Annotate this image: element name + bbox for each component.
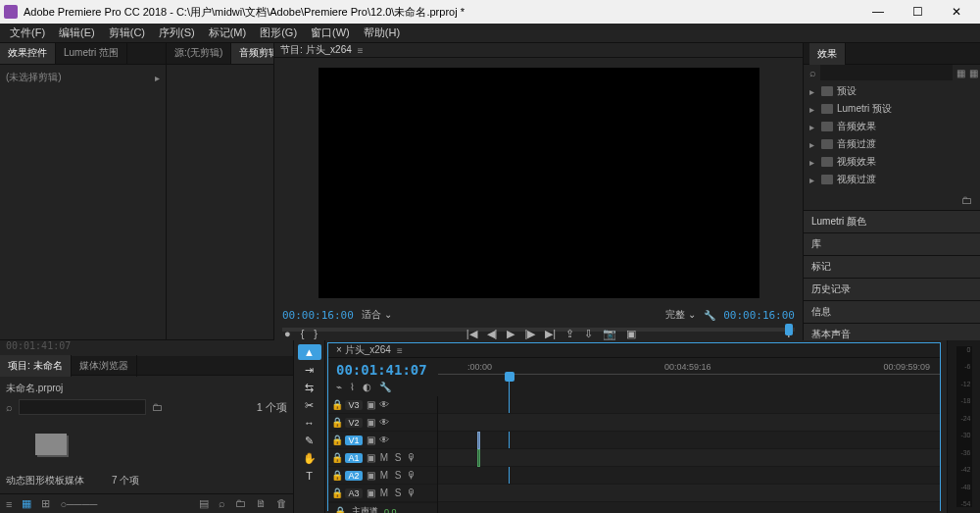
track-header-a1[interactable]: 🔒A1▣MS🎙 [328, 449, 437, 467]
program-scrubber[interactable] [274, 322, 803, 326]
track-header-v2[interactable]: 🔒V2▣👁 [328, 414, 437, 432]
tab-lumetri-scopes[interactable]: Lumetri 范围 [56, 43, 127, 64]
pen-tool[interactable]: ✎ [298, 433, 321, 448]
settings-wrench-icon[interactable]: 🔧 [704, 310, 715, 321]
go-to-in-button[interactable]: |◀ [466, 328, 477, 340]
auto-seq-icon[interactable]: ▤ [199, 497, 209, 510]
zoom-slider[interactable]: ○──── [60, 498, 97, 510]
menu-file[interactable]: 文件(F) [4, 24, 51, 42]
menu-marker[interactable]: 标记(M) [203, 24, 253, 42]
track-lanes[interactable] [438, 396, 940, 513]
selection-tool[interactable]: ▲ [298, 344, 321, 360]
tab-effect-controls[interactable]: 效果控件 [0, 43, 56, 64]
add-marker-button[interactable]: ● [284, 328, 291, 339]
tab-project[interactable]: 项目: 未命名 [0, 355, 72, 377]
solo-button[interactable]: S [392, 452, 404, 463]
panel-history[interactable]: 历史记录 [804, 279, 980, 301]
maximize-button[interactable]: ☐ [898, 0, 937, 24]
marker-icon[interactable]: ◐ [363, 382, 371, 392]
new-bin-icon[interactable]: 🗀 [235, 497, 246, 510]
resolution-select[interactable]: 完整 ⌄ [665, 308, 696, 322]
program-monitor-viewport[interactable] [318, 68, 760, 298]
panel-menu-icon[interactable]: ≡ [358, 45, 364, 56]
panel-lumetri-color[interactable]: Lumetri 颜色 [804, 211, 980, 233]
trash-icon[interactable]: 🗑 [276, 497, 287, 510]
menu-edit[interactable]: 编辑(E) [53, 24, 101, 42]
go-to-out-button[interactable]: ▶| [545, 328, 556, 340]
new-bin-icon[interactable]: 🗀 [961, 194, 972, 206]
menu-graphics[interactable]: 图形(G) [254, 24, 303, 42]
lock-icon[interactable]: 🔒 [331, 435, 343, 445]
fx-folder-presets[interactable]: ▸预设 [804, 82, 980, 100]
fx-folder-audio-transitions[interactable]: ▸音频过渡 [804, 135, 980, 153]
extract-button[interactable]: ⇩ [584, 328, 593, 340]
icon-view-icon[interactable]: ▦ [22, 497, 31, 510]
track-select-tool[interactable]: ⇥ [298, 362, 321, 378]
menu-window[interactable]: 窗口(W) [305, 24, 356, 42]
find-icon[interactable]: ⌕ [219, 497, 225, 510]
panel-menu-icon[interactable]: ≡ [397, 345, 403, 356]
menu-clip[interactable]: 剪辑(C) [103, 24, 151, 42]
lock-icon[interactable]: 🔒 [331, 417, 343, 428]
solo-button[interactable]: S [392, 470, 404, 481]
filter-bin-icon[interactable]: 🗀 [152, 401, 163, 413]
slip-tool[interactable]: ↔ [298, 415, 321, 431]
eye-icon[interactable]: 👁 [378, 435, 390, 445]
fx-folder-video-transitions[interactable]: ▸视频过渡 [804, 171, 980, 188]
mute-button[interactable]: M [378, 487, 390, 498]
lock-icon[interactable]: 🔒 [331, 487, 343, 498]
mic-icon[interactable]: 🎙 [406, 452, 417, 463]
solo-button[interactable]: S [392, 487, 404, 498]
freeform-view-icon[interactable]: ⊞ [41, 497, 50, 510]
track-header-v1[interactable]: 🔒V1▣👁 [328, 432, 437, 449]
tab-source-none[interactable]: 源:(无剪辑) [167, 43, 231, 64]
tab-media-browser[interactable]: 媒体浏览器 [72, 355, 137, 377]
new-item-icon[interactable]: 🗎 [256, 497, 267, 510]
fx-badge-icon[interactable]: ▦ [956, 68, 965, 78]
mic-icon[interactable]: 🎙 [406, 470, 417, 481]
fx-folder-lumetri-presets[interactable]: ▸Lumetri 预设 [804, 100, 980, 118]
tab-audio-clip-mixer[interactable]: 音频剪辑混合器: 片头_x264 [231, 43, 273, 64]
menu-sequence[interactable]: 序列(S) [153, 24, 201, 42]
fx-folder-audio-effects[interactable]: ▸音频效果 [804, 118, 980, 135]
mark-in-button[interactable]: { [301, 328, 305, 339]
mute-button[interactable]: M [378, 452, 390, 463]
snap-icon[interactable]: ⌁ [336, 382, 342, 392]
track-header-v3[interactable]: 🔒V3▣👁 [328, 396, 437, 414]
step-forward-button[interactable]: |▶ [524, 328, 535, 340]
mic-icon[interactable]: 🎙 [406, 487, 417, 498]
track-header-a3[interactable]: 🔒A3▣MS🎙 [328, 485, 437, 502]
fx-32bit-icon[interactable]: ▦ [969, 68, 978, 78]
lock-icon[interactable]: 🔒 [331, 399, 343, 410]
master-track-header[interactable]: 🔒主声道0.0 [328, 502, 437, 513]
playhead-icon[interactable] [505, 372, 514, 382]
panel-info[interactable]: 信息 [804, 301, 980, 324]
panel-libraries[interactable]: 库 [804, 233, 980, 256]
list-view-icon[interactable]: ≡ [6, 498, 12, 510]
timeline-ruler[interactable]: :00:00 00:04:59:16 00:09:59:09 [438, 358, 940, 391]
mute-button[interactable]: M [378, 470, 390, 481]
lock-icon[interactable]: 🔒 [331, 470, 343, 481]
audio-clip[interactable] [477, 449, 480, 467]
zoom-fit-select[interactable]: 适合 ⌄ [362, 308, 392, 322]
razor-tool[interactable]: ✂ [298, 397, 321, 413]
close-button[interactable]: ✕ [937, 0, 976, 24]
video-clip[interactable] [477, 432, 480, 449]
timeline-timecode[interactable]: 00:01:41:07 [336, 362, 430, 378]
track-header-a2[interactable]: 🔒A2▣MS🎙 [328, 467, 437, 485]
step-back-button[interactable]: ◀| [487, 328, 498, 340]
mark-out-button[interactable]: } [314, 328, 318, 339]
export-frame-button[interactable]: 📷 [603, 328, 616, 340]
hand-tool[interactable]: ✋ [298, 450, 321, 466]
panel-markers[interactable]: 标记 [804, 256, 980, 279]
play-button[interactable]: ▶ [507, 328, 514, 340]
effects-search-input[interactable] [820, 65, 953, 80]
menu-help[interactable]: 帮助(H) [358, 24, 406, 42]
project-bin-area[interactable] [6, 417, 287, 472]
bin-thumbnail[interactable] [35, 434, 67, 455]
minimize-button[interactable]: — [858, 0, 898, 24]
tab-effects[interactable]: 效果 [809, 43, 846, 65]
program-tab[interactable]: 节目: 片头_x264 [280, 43, 352, 57]
sequence-tab[interactable]: × 片头_x264 [336, 343, 391, 357]
lock-icon[interactable]: 🔒 [331, 452, 343, 463]
